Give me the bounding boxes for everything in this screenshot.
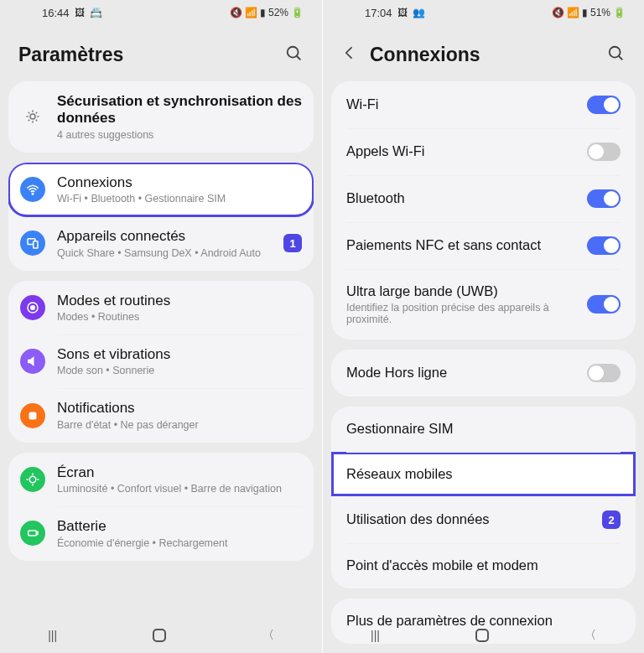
- row-label: Ultra large bande (UWB): [346, 283, 587, 300]
- row-label: Appels Wi-Fi: [346, 143, 587, 160]
- nav-bar: ||| 〈: [0, 618, 322, 653]
- status-icon: 📇: [90, 8, 102, 18]
- settings-item-notifications[interactable]: Notifications Barre d'état • Ne pas déra…: [8, 388, 314, 442]
- row-nfc[interactable]: Paiements NFC et sans contact: [331, 222, 636, 269]
- header: Connexions: [323, 25, 644, 81]
- nav-bar: ||| 〈: [323, 618, 644, 653]
- group-mobile: Gestionnaire SIM Réseaux mobiles Utilisa…: [331, 407, 636, 588]
- sound-icon: [20, 349, 45, 374]
- svg-line-1: [297, 55, 301, 60]
- item-title: Modes et routines: [57, 293, 302, 309]
- mute-icon: 🔇: [230, 8, 242, 18]
- signal-icon: ▮: [582, 8, 588, 18]
- modes-icon: [20, 295, 45, 320]
- row-sub: Identifiez la position précise des appar…: [346, 302, 587, 325]
- wifi-icon: [20, 177, 45, 202]
- row-label: Utilisation des données: [346, 511, 602, 528]
- nav-recents[interactable]: |||: [48, 629, 57, 642]
- toggle[interactable]: [587, 96, 621, 114]
- nav-recents[interactable]: |||: [371, 629, 380, 642]
- step-badge: 2: [602, 510, 621, 529]
- tip-icon: [20, 104, 45, 129]
- row-label: Wi-Fi: [346, 96, 587, 113]
- row-airplane[interactable]: Mode Hors ligne: [331, 350, 636, 396]
- svg-rect-22: [29, 531, 37, 536]
- item-title: Notifications: [57, 400, 302, 417]
- row-label: Mode Hors ligne: [346, 365, 587, 381]
- nav-home[interactable]: [475, 629, 489, 642]
- svg-line-9: [29, 120, 30, 122]
- battery-icon: 🔋: [613, 8, 626, 18]
- svg-point-2: [30, 114, 35, 119]
- row-label: Bluetooth: [346, 190, 587, 207]
- tip-sub: 4 autres suggestions: [57, 129, 302, 141]
- settings-item-ecran[interactable]: Écran Luminosité • Confort visuel • Barr…: [8, 453, 314, 506]
- nav-back[interactable]: 〈: [584, 628, 596, 643]
- toggle[interactable]: [587, 236, 621, 255]
- item-sub: Mode son • Sonnerie: [57, 365, 302, 376]
- row-reseaux-mobiles[interactable]: Réseaux mobiles: [331, 452, 636, 497]
- status-battery: 51%: [590, 7, 610, 18]
- screen-icon: [20, 467, 45, 492]
- status-battery: 52%: [268, 7, 288, 18]
- item-sub: Modes • Routines: [57, 311, 302, 323]
- svg-point-11: [32, 193, 34, 194]
- settings-item-connexions[interactable]: Connexions Wi-Fi • Bluetooth • Gestionna…: [8, 163, 314, 216]
- toggle[interactable]: [587, 189, 621, 208]
- settings-item-modes[interactable]: Modes et routines Modes • Routines: [8, 281, 314, 334]
- row-uwb[interactable]: Ultra large bande (UWB) Identifiez la po…: [331, 269, 636, 339]
- search-icon[interactable]: [607, 44, 626, 66]
- nav-home[interactable]: [153, 629, 166, 642]
- item-sub: Luminosité • Confort visuel • Barre de n…: [57, 483, 302, 495]
- status-icon: 🖼: [75, 8, 85, 18]
- row-appels-wifi[interactable]: Appels Wi-Fi: [331, 128, 636, 175]
- status-bar: 17:04 🖼 👥 🔇 📶 ▮ 51% 🔋: [323, 0, 644, 25]
- signal-icon: ▮: [260, 8, 266, 18]
- group-airplane: Mode Hors ligne: [331, 350, 636, 396]
- svg-rect-16: [29, 412, 37, 419]
- group-wireless: Wi-Fi Appels Wi-Fi Bluetooth Paiements N…: [331, 81, 636, 339]
- settings-screen: 16:44 🖼 📇 🔇 📶 ▮ 52% 🔋 Paramètres Sécuris…: [0, 0, 322, 653]
- settings-item-batterie[interactable]: Batterie Économie d'énergie • Rechargeme…: [8, 506, 314, 560]
- search-icon[interactable]: [285, 44, 304, 66]
- toggle[interactable]: [587, 143, 621, 161]
- status-time: 17:04: [365, 7, 392, 19]
- settings-item-sons[interactable]: Sons et vibrations Mode son • Sonnerie: [8, 334, 314, 388]
- svg-rect-23: [37, 532, 39, 535]
- settings-item-appareils[interactable]: Appareils connectés Quick Share • Samsun…: [8, 216, 314, 270]
- item-title: Appareils connectés: [57, 228, 272, 245]
- item-title: Écran: [57, 464, 302, 481]
- status-time: 16:44: [42, 7, 70, 19]
- item-sub: Économie d'énergie • Rechargement: [57, 537, 302, 549]
- row-data-usage[interactable]: Utilisation des données 2: [331, 496, 636, 543]
- mute-icon: 🔇: [552, 8, 564, 18]
- wifi-icon: 📶: [567, 8, 579, 18]
- row-wifi[interactable]: Wi-Fi: [331, 81, 636, 128]
- page-title: Paramètres: [18, 44, 273, 66]
- status-icon: 🖼: [397, 8, 408, 18]
- item-sub: Wi-Fi • Bluetooth • Gestionnaire SIM: [57, 193, 302, 205]
- notifications-icon: [20, 403, 45, 428]
- group-display: Écran Luminosité • Confort visuel • Barr…: [8, 453, 314, 561]
- status-bar: 16:44 🖼 📇 🔇 📶 ▮ 52% 🔋: [0, 0, 322, 25]
- toggle[interactable]: [587, 364, 621, 382]
- back-button[interactable]: [341, 44, 358, 65]
- svg-point-15: [31, 306, 35, 310]
- row-label: Paiements NFC et sans contact: [346, 237, 587, 254]
- item-title: Sons et vibrations: [57, 346, 302, 363]
- row-label: Gestionnaire SIM: [346, 421, 621, 438]
- row-label: Point d'accès mobile et modem: [346, 557, 621, 574]
- tip-card[interactable]: Sécurisation et synchronisation des donn…: [8, 81, 314, 153]
- nav-back[interactable]: 〈: [262, 628, 274, 643]
- row-hotspot[interactable]: Point d'accès mobile et modem: [331, 543, 636, 588]
- row-sim[interactable]: Gestionnaire SIM: [331, 407, 636, 452]
- toggle[interactable]: [587, 295, 621, 314]
- item-sub: Barre d'état • Ne pas déranger: [57, 419, 302, 431]
- svg-point-17: [29, 476, 36, 483]
- row-label: Réseaux mobiles: [346, 466, 621, 483]
- group-connections: Connexions Wi-Fi • Bluetooth • Gestionna…: [8, 163, 314, 271]
- step-badge: 1: [283, 234, 302, 252]
- battery-icon: [20, 521, 45, 546]
- row-bluetooth[interactable]: Bluetooth: [331, 175, 636, 222]
- connexions-screen: 17:04 🖼 👥 🔇 📶 ▮ 51% 🔋 Connexions Wi-Fi A…: [322, 0, 644, 653]
